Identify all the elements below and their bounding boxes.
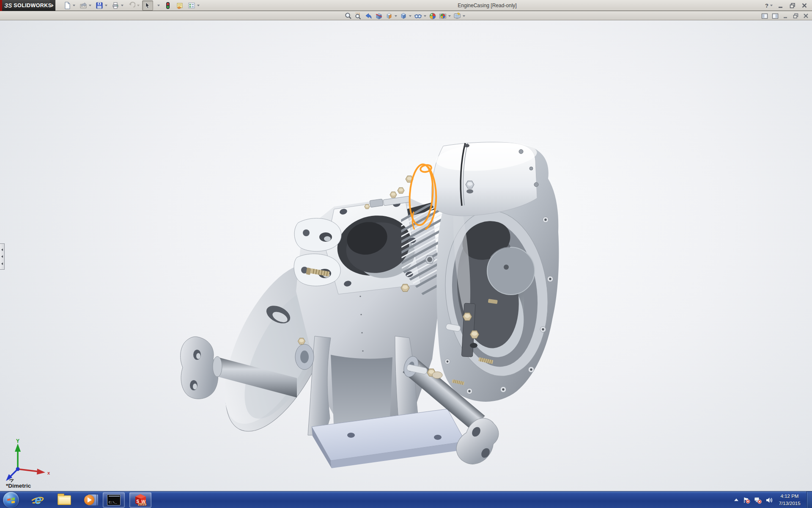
network-icon[interactable] [754,497,762,504]
internet-explorer-icon: e [30,493,46,507]
graphics-viewport[interactable]: Y x *Dimetric [0,20,812,491]
solidworks-logo: ЗS SOLIDWORKS [0,0,50,11]
open-document-icon [80,2,87,9]
view-settings-button[interactable] [453,12,466,20]
section-view-icon [375,12,383,20]
zoom-to-fit-button[interactable] [344,12,353,20]
options-button[interactable] [186,0,201,11]
zoom-to-area-button[interactable] [354,12,363,20]
folder-icon [58,495,71,505]
taskbar: e C:\_ S W 2015 [0,491,812,508]
restore-button[interactable] [787,1,798,10]
display-pane-right-button[interactable] [771,12,779,20]
command-prompt-icon: C:\_ [107,494,121,505]
previous-view-button[interactable] [364,12,373,20]
apply-scene-button[interactable] [438,12,452,20]
media-player-icon [84,494,99,506]
options-settings-icon [188,2,195,9]
start-button[interactable] [3,492,19,508]
clock-date: 7/13/2015 [775,500,804,507]
volume-icon[interactable] [765,497,773,504]
heads-up-view-toolbar [343,11,466,20]
edit-appearance-button[interactable] [428,12,437,20]
featuremanager-collapsed-tab[interactable] [0,243,5,270]
doc-close-icon [803,13,809,19]
save-icon [96,2,103,9]
show-desktop-button[interactable] [807,491,812,508]
file-properties-icon [176,2,184,9]
select-button[interactable] [142,0,153,11]
title-bar: ЗS SOLIDWORKS EngineCasin [0,0,812,11]
triad-y-label: Y [16,439,19,444]
new-document-icon [63,2,71,9]
minimize-icon [777,2,784,9]
action-center-icon[interactable] [743,497,750,504]
solidworks-cube-icon: S W 2015 [133,493,148,507]
close-icon [801,2,808,9]
previous-view-icon [365,12,373,20]
close-button[interactable] [799,1,809,10]
taskbar-item-command-prompt[interactable]: C:\_ [103,492,125,508]
save-button[interactable] [94,0,109,11]
section-view-button[interactable] [374,12,384,20]
window-controls: ? [764,0,809,11]
select-dropdown[interactable] [154,0,162,11]
rebuild-traffic-light-icon [164,2,172,9]
undo-button[interactable] [126,0,141,11]
rebuild-button[interactable] [162,0,173,11]
orientation-label: *Dimetric [6,483,31,489]
minimize-button[interactable] [776,1,786,10]
doc-restore-icon [793,13,799,19]
cmd-prompt-text: C:\_ [109,500,117,504]
zoom-to-fit-icon [345,12,352,20]
system-tray [733,491,773,508]
taskbar-item-solidworks[interactable]: S W 2015 [129,492,151,508]
help-button[interactable]: ? [764,2,774,10]
sw-year-label: 2015 [138,502,146,506]
view-orientation-button[interactable] [384,12,398,20]
doc-restore-button[interactable] [792,12,800,19]
hide-show-items-icon [414,12,422,20]
view-orientation-icon [385,12,393,20]
apply-scene-icon [439,12,447,20]
taskbar-clock[interactable]: 4:12 PM 7/13/2015 [775,493,804,507]
edit-appearance-icon [429,12,436,20]
new-document-button[interactable] [62,0,77,11]
print-button[interactable] [110,0,125,11]
triad-x-label: x [47,470,50,475]
view-toolbar-row [0,11,812,20]
doc-close-button[interactable] [802,12,810,19]
display-pane-left-icon [761,13,768,19]
engine-casing-model[interactable] [0,20,812,491]
hide-show-items-button[interactable] [413,12,427,20]
taskbar-item-media-player[interactable] [83,492,100,508]
help-icon: ? [765,3,768,9]
windows-logo-icon [3,492,19,508]
restore-icon [789,2,796,9]
window-title: EngineCasing [Read-only] [458,3,516,8]
zoom-to-area-icon [355,12,362,20]
clock-time: 4:12 PM [775,493,804,500]
doc-minimize-button[interactable] [782,12,790,19]
display-style-button[interactable] [399,12,412,20]
taskbar-item-windows-explorer[interactable] [56,492,73,508]
logo-text: SOLIDWORKS [14,3,52,8]
cylinder-head-cover[interactable] [431,139,538,216]
show-hidden-icons-button[interactable] [733,497,739,503]
file-properties-button[interactable] [174,0,185,11]
solidworks-logo-icon: ЗS [4,2,12,9]
display-pane-left-button[interactable] [760,12,769,20]
accent-strip [0,0,2,11]
undo-icon [128,2,135,9]
print-icon [112,2,119,9]
document-window-controls [760,11,810,20]
open-document-button[interactable] [78,0,93,11]
view-settings-icon [453,12,461,20]
main-toolbar [61,0,202,11]
display-style-icon [400,12,407,20]
display-pane-right-icon [772,13,779,19]
doc-minimize-icon [782,13,789,19]
select-cursor-icon [144,2,151,9]
taskbar-item-internet-explorer[interactable]: e [30,492,47,508]
